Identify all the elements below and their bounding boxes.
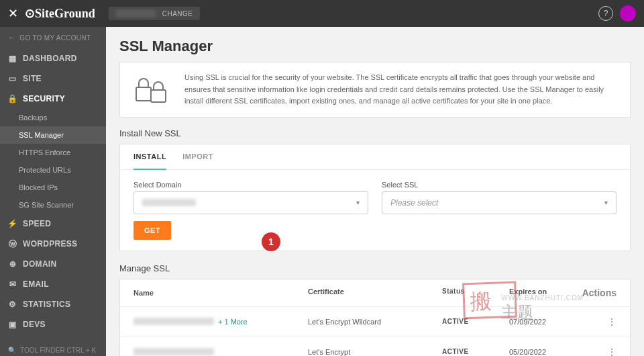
globe-icon: ⊕ [8,259,17,269]
table-row: Let's Encrypt ACTIVE 05/20/2022 ⋮ [120,337,630,356]
step-badge-1: 1 [262,232,280,251]
sub-protected-urls[interactable]: Protected URLs [0,161,106,179]
col-expires: Expires on [509,287,576,298]
dashboard-icon: ▦ [8,54,17,63]
col-name: Name [133,287,308,298]
tab-install[interactable]: INSTALL [133,144,166,170]
brand-logo: ⊙SiteGround [25,6,95,21]
nav-email[interactable]: ✉EMAIL [0,274,106,294]
tool-finder[interactable]: 🔍TOOL FINDER CTRL + K [0,340,106,356]
svg-rect-0 [136,87,151,101]
site-switcher[interactable]: CHANGE [109,7,200,20]
sub-https-enforce[interactable]: HTTPS Enforce [0,144,106,161]
domain-name [133,348,214,355]
go-to-account-link[interactable]: GO TO MY ACCOUNT [0,27,106,48]
table-header: Name Certificate Status Expires on Actio… [120,279,630,307]
help-icon[interactable]: ? [598,6,613,21]
sub-backups[interactable]: Backups [0,109,106,126]
nav-domain[interactable]: ⊕DOMAIN [0,254,106,274]
domain-name [133,318,214,325]
col-status: Status [442,287,509,298]
more-link[interactable]: + 1 More [218,318,248,326]
nav-devs[interactable]: ▣DEVS [0,314,106,335]
row-actions-menu[interactable]: ⋮ [576,347,616,356]
nav-wordpress[interactable]: ⓦWORDPRESS [0,234,106,254]
sidebar: GO TO MY ACCOUNT ▦DASHBOARD ▭SITE 🔒SECUR… [0,27,106,356]
svg-rect-1 [151,90,166,102]
col-actions: Actions [576,287,616,298]
sub-ssl-manager[interactable]: SSL Manager [0,126,106,144]
change-site-button[interactable]: CHANGE [162,10,193,17]
user-avatar[interactable] [620,5,636,21]
chevron-down-icon: ▾ [604,199,608,206]
nav-statistics[interactable]: ⚙STATISTICS [0,294,106,314]
cert-value: Let's Encrypt Wildcard [308,318,442,326]
install-card: INSTALL IMPORT Select Domain ▾ Select SS… [119,144,631,251]
padlocks-icon [133,74,171,105]
expires-value: 07/09/2022 [509,318,576,326]
devs-icon: ▣ [8,320,17,329]
manage-card: Name Certificate Status Expires on Actio… [119,279,631,356]
chevron-down-icon: ▾ [356,199,360,206]
install-section-title: Install New SSL [119,128,631,138]
sub-site-scanner[interactable]: SG Site Scanner [0,196,106,214]
row-actions-menu[interactable]: ⋮ [576,316,616,327]
current-site-name [115,9,156,17]
intro-card: Using SSL is crucial for the security of… [119,62,631,118]
install-tabs: INSTALL IMPORT [120,144,630,170]
lock-icon: 🔒 [8,94,17,103]
manage-section-title: Manage SSL [119,263,631,273]
select-ssl-label: Select SSL [382,181,616,189]
status-badge: ACTIVE [442,348,509,355]
sub-blocked-ips[interactable]: Blocked IPs [0,179,106,196]
get-button[interactable]: GET [133,221,171,240]
nav-speed[interactable]: ⚡SPEED [0,214,106,234]
email-icon: ✉ [8,279,17,289]
nav-security[interactable]: 🔒SECURITY [0,89,106,109]
col-certificate: Certificate [308,287,442,298]
nav-site[interactable]: ▭SITE [0,69,106,89]
search-icon: 🔍 [8,347,16,354]
expires-value: 05/20/2022 [509,348,576,356]
nav-dashboard[interactable]: ▦DASHBOARD [0,48,106,69]
speed-icon: ⚡ [8,219,17,228]
wordpress-icon: ⓦ [8,239,17,249]
select-domain-label: Select Domain [133,181,368,189]
selected-domain-value [142,199,196,206]
select-ssl-placeholder: Please select [390,198,438,208]
tab-import[interactable]: IMPORT [182,144,213,169]
main-content: SSL Manager Using SSL is crucial for the… [106,27,644,356]
status-badge: ACTIVE [442,318,509,325]
cert-value: Let's Encrypt [308,348,442,356]
table-row: + 1 More Let's Encrypt Wildcard ACTIVE 0… [120,307,630,337]
stats-icon: ⚙ [8,300,17,309]
page-title: SSL Manager [119,38,631,55]
intro-text: Using SSL is crucial for the security of… [184,72,616,107]
select-ssl-dropdown[interactable]: Please select▾ [382,191,616,214]
close-icon[interactable]: ✕ [8,6,18,21]
top-bar: ✕ ⊙SiteGround CHANGE ? [0,0,644,27]
select-domain-dropdown[interactable]: ▾ [133,191,368,214]
site-icon: ▭ [8,74,17,83]
